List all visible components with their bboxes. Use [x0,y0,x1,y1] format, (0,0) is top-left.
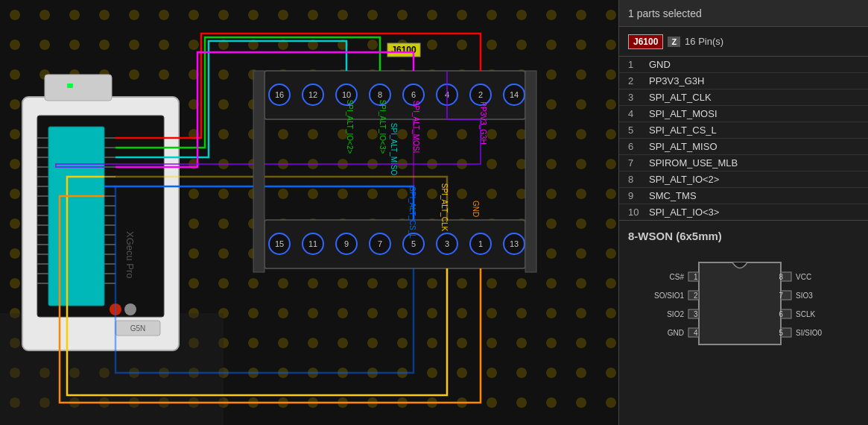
package-section: 8-WSON (6x5mm) CS# 1 SO/SIO1 2 [619,221,868,425]
pin-name: SPIROM_USE_MLB [649,157,738,169]
svg-text:G5N: G5N [130,324,146,333]
svg-text:2: 2 [694,292,698,300]
svg-text:SIO2: SIO2 [667,310,684,318]
pin-row: 8 SPI_ALT_IO<2> [619,171,868,188]
pin-name: SPI_ALT_CLK [649,92,712,103]
pin-name: SPI_ALT_CS_L [649,125,717,136]
svg-text:4: 4 [694,329,698,337]
pin-number: 8 [628,174,643,185]
svg-rect-92 [699,262,781,344]
pin-name: PP3V3_G3H [649,75,704,86]
z-icon: Z [668,37,680,47]
parts-selected-text: 1 parts selected [628,7,702,19]
svg-text:7: 7 [779,292,783,300]
svg-text:7: 7 [378,239,382,248]
svg-text:XGecu Pro: XGecu Pro [124,231,136,279]
pin-row: 5 SPI_ALT_CS_L [619,122,868,139]
svg-text:12: 12 [308,90,317,99]
svg-point-44 [124,303,136,315]
svg-text:14: 14 [510,90,519,99]
svg-text:GND: GND [472,201,480,217]
pin-number: 3 [628,92,643,103]
svg-text:SO/SIO1: SO/SIO1 [654,292,684,300]
pin-row: 6 SPI_ALT_MISO [619,139,868,155]
svg-text:VCC: VCC [796,273,811,281]
svg-text:GND: GND [668,329,684,337]
pin-number: 10 [628,207,643,218]
svg-rect-90 [253,71,264,272]
pin-row: 2 PP3V3_G3H [619,73,868,89]
svg-text:1: 1 [478,239,483,248]
svg-rect-91 [525,71,536,272]
pin-name: SPI_ALT_MISO [649,141,717,152]
svg-text:10: 10 [342,90,351,99]
right-panel: 1 parts selected J6100 Z 16 Pin(s) 1 GND… [618,0,868,425]
pin-number: 7 [628,157,643,169]
pin-count: 16 Pin(s) [685,36,723,47]
svg-text:3: 3 [445,239,449,248]
svg-rect-5 [45,75,112,101]
package-title: 8-WSON (6x5mm) [628,230,859,242]
pin-name: SMC_TMS [649,190,697,201]
svg-text:SPI_ALT_IO<2>: SPI_ALT_IO<2> [346,100,354,154]
pin-row: 7 SPIROM_USE_MLB [619,155,868,171]
svg-rect-45 [67,84,73,88]
pin-number: 4 [628,108,643,119]
svg-text:1: 1 [694,273,698,281]
parts-selected-bar: 1 parts selected [619,0,868,27]
pin-name: SPI_ALT_IO<3> [649,207,719,218]
svg-rect-7 [48,127,104,306]
svg-text:6: 6 [779,310,783,318]
svg-text:6: 6 [411,90,416,99]
svg-text:SCLK: SCLK [796,310,815,318]
pin-number: 1 [628,59,643,70]
svg-text:2: 2 [478,90,483,99]
pin-name: SPI_ALT_MOSI [649,108,717,119]
svg-text:SPI_ALT_MISO: SPI_ALT_MISO [390,123,398,176]
svg-text:SPI_ALT_CS_L: SPI_ALT_CS_L [408,186,416,239]
pin-number: 9 [628,190,643,201]
svg-text:15: 15 [275,239,284,248]
schematic-area: XGecu Pro G5N 16 12 10 8 6 4 2 [0,0,618,425]
svg-text:16: 16 [275,90,284,99]
package-svg: CS# 1 SO/SIO1 2 SIO2 3 GND 4 [647,251,840,359]
package-diagram: CS# 1 SO/SIO1 2 SIO2 3 GND 4 [647,251,840,371]
svg-text:SI/SIO0: SI/SIO0 [796,329,822,337]
pins-list: 1 GND 2 PP3V3_G3H 3 SPI_ALT_CLK 4 SPI_AL… [619,57,868,221]
pin-row: 4 SPI_ALT_MOSI [619,106,868,122]
component-header: J6100 Z 16 Pin(s) [619,27,868,57]
svg-text:5: 5 [411,239,416,248]
svg-text:9: 9 [344,239,349,248]
pin-name: SPI_ALT_IO<2> [649,174,719,185]
pin-row: 10 SPI_ALT_IO<3> [619,204,868,221]
schematic-svg: XGecu Pro G5N 16 12 10 8 6 4 2 [0,0,618,425]
component-ref: J6100 [628,34,663,49]
pin-row: 1 GND [619,57,868,73]
pin-number: 2 [628,75,643,86]
pin-number: 6 [628,141,643,152]
pin-name: GND [649,59,671,70]
svg-text:8: 8 [779,273,783,281]
svg-text:11: 11 [308,239,317,248]
svg-text:8: 8 [378,90,382,99]
pin-row: 9 SMC_TMS [619,188,868,204]
pin-number: 5 [628,125,643,136]
svg-text:3: 3 [694,310,698,318]
pin-row: 3 SPI_ALT_CLK [619,89,868,106]
svg-text:13: 13 [510,239,519,248]
svg-text:SIO3: SIO3 [796,292,813,300]
svg-text:5: 5 [779,329,783,337]
svg-text:SPI_ALT_IO<3>: SPI_ALT_IO<3> [378,100,387,154]
svg-text:CS#: CS# [670,273,685,281]
